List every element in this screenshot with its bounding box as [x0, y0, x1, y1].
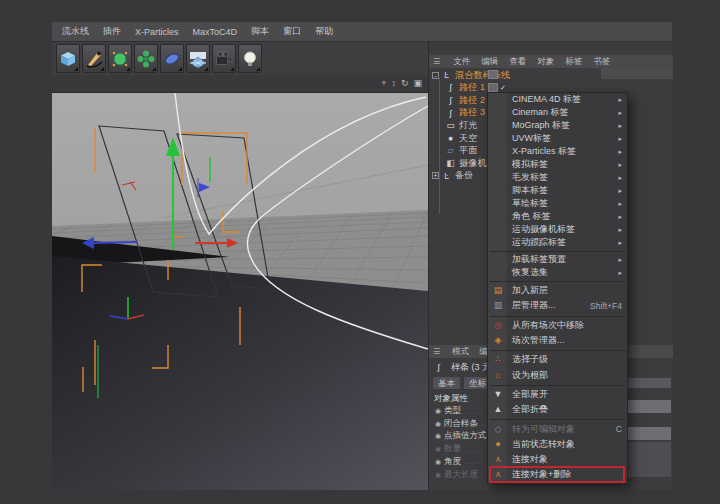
- radio-circle-icon: ◉: [435, 445, 441, 453]
- tree-item-badges: ¨: [488, 70, 502, 79]
- tree-item-4[interactable]: ▭灯光: [429, 119, 477, 131]
- spline-ellipse-icon[interactable]: [160, 44, 184, 73]
- floor-icon[interactable]: [186, 44, 210, 73]
- tab-基本[interactable]: 基本: [432, 376, 461, 390]
- tree-item-0[interactable]: -Ŀ混合数样条线¨: [429, 69, 510, 81]
- om-menu-1[interactable]: 编辑: [481, 56, 498, 68]
- menu-item-11[interactable]: 运动跟踪标签▸: [488, 236, 627, 249]
- attr-row-label: 点插值方式: [444, 430, 487, 442]
- attr-row-0[interactable]: ◉类型......: [429, 405, 487, 417]
- menu-item-13[interactable]: 加载标签预置▸: [488, 253, 627, 266]
- tree-item-6[interactable]: ▱平面: [429, 145, 477, 157]
- menu-item-22[interactable]: ∴选择子级: [488, 352, 627, 367]
- cube-icon[interactable]: [56, 44, 80, 73]
- menu-item-2[interactable]: MoGraph 标签▸: [488, 119, 627, 132]
- menu-item-label: X-Particles 标签: [512, 145, 576, 158]
- menu-item-5[interactable]: 模拟标签▸: [488, 158, 627, 171]
- attr-row-3[interactable]: ◉数量......: [429, 443, 487, 455]
- expander-icon[interactable]: -: [432, 72, 439, 79]
- menu-item-9[interactable]: 角色 标签▸: [488, 210, 627, 223]
- attr-mode-menu[interactable]: 模式: [452, 346, 469, 358]
- om-menu-2[interactable]: 查看: [509, 56, 526, 68]
- menu-item-0[interactable]: CINEMA 4D 标签▸: [488, 93, 627, 106]
- pen-icon[interactable]: [82, 44, 106, 73]
- visibility-toggle-icon[interactable]: [488, 70, 498, 79]
- tree-item-7[interactable]: ◧摄像机: [429, 157, 487, 169]
- menu-item-17[interactable]: ▥层管理器...Shift+F4: [488, 298, 627, 313]
- menu-item-8[interactable]: 草绘标签▸: [488, 197, 627, 210]
- menu-item-10[interactable]: 运动摄像机标签▸: [488, 223, 627, 236]
- attr-row-label: 角度: [444, 456, 461, 468]
- tree-item-label: 灯光: [459, 119, 477, 132]
- menu-item-29[interactable]: ●当前状态转对象: [488, 437, 627, 452]
- spline-icon: ∫: [433, 363, 444, 372]
- pan-icon[interactable]: +: [381, 79, 386, 88]
- cinema4d-window: 流水线插件X-ParticlesMaxToC4D脚本窗口帮助 +↕↻▣: [0, 0, 720, 504]
- panel-menu-icon[interactable]: ☰: [433, 57, 440, 66]
- null-object-icon: Ŀ: [441, 71, 452, 80]
- menu-item-6[interactable]: 毛发标签▸: [488, 171, 627, 184]
- menu-item-16[interactable]: ▤加入新层: [488, 283, 627, 298]
- viewport-panel[interactable]: +↕↻▣: [52, 75, 428, 490]
- menubar-item-3[interactable]: MaxToC4D: [193, 27, 238, 37]
- tree-item-label: 平面: [459, 144, 477, 157]
- panel-menu-icon[interactable]: ☰: [433, 347, 440, 356]
- submenu-arrow-icon: ▸: [618, 174, 622, 182]
- menu-item-14[interactable]: 恢复选集▸: [488, 266, 627, 279]
- app-menubar: 流水线插件X-ParticlesMaxToC4D脚本窗口帮助: [52, 22, 672, 42]
- menu-item-label: 草绘标签: [512, 197, 548, 210]
- attr-row-5[interactable]: ◉最大长度......: [429, 469, 487, 481]
- menu-item-label: 加入新层: [512, 284, 548, 297]
- tree-item-label: 备份: [455, 169, 473, 182]
- om-menu-0[interactable]: 文件: [453, 56, 470, 68]
- camera-object-icon: ◧: [445, 159, 456, 168]
- tree-item-1[interactable]: ∫路径 1✓: [429, 82, 485, 94]
- rotate-icon[interactable]: ↻: [401, 79, 409, 88]
- menubar-item-6[interactable]: 帮助: [315, 25, 333, 38]
- spline-icon: ∫: [445, 96, 456, 105]
- attr-field-fragment: [623, 378, 671, 388]
- menu-item-label: 设为根部: [512, 369, 548, 382]
- submenu-arrow-icon: ▸: [618, 122, 622, 130]
- menu-item-3[interactable]: UVW标签▸: [488, 132, 627, 145]
- menu-item-19[interactable]: ◎从所有场次中移除: [488, 318, 627, 333]
- menu-item-26[interactable]: ▲全部折叠: [488, 402, 627, 417]
- menu-item-20[interactable]: ◈场次管理器...: [488, 333, 627, 348]
- light-icon[interactable]: [238, 44, 262, 73]
- menu-item-label: 当前状态转对象: [512, 438, 575, 451]
- tree-item-8[interactable]: +Ŀ备份: [429, 170, 473, 182]
- menu-item-label: 场次管理器...: [512, 334, 565, 347]
- menu-item-4[interactable]: X-Particles 标签▸: [488, 145, 627, 158]
- menu-item-25[interactable]: ▼全部展开: [488, 387, 627, 402]
- null-object-icon: Ŀ: [441, 172, 452, 181]
- attr-row-1[interactable]: ◉闭合样条......: [429, 418, 487, 430]
- visibility-toggle-icon[interactable]: [488, 83, 498, 92]
- menu-item-30[interactable]: ⋏连接对象: [488, 452, 627, 467]
- menu-item-31[interactable]: ⋏连接对象+删除: [488, 467, 627, 482]
- menubar-item-2[interactable]: X-Particles: [135, 27, 179, 37]
- attr-row-4[interactable]: ◉角度......: [429, 456, 487, 468]
- zoom-icon[interactable]: ↕: [391, 79, 396, 88]
- attr-row-2[interactable]: ◉点插值方式......: [429, 430, 487, 442]
- menubar-item-1[interactable]: 插件: [103, 25, 121, 38]
- om-menu-5[interactable]: 书签: [593, 56, 610, 68]
- menubar-item-4[interactable]: 脚本: [251, 25, 269, 38]
- menu-item-label: 连接对象: [512, 453, 548, 466]
- menu-item-1[interactable]: Cineman 标签▸: [488, 106, 627, 119]
- expander-icon[interactable]: +: [432, 172, 439, 179]
- menubar-item-5[interactable]: 窗口: [283, 25, 301, 38]
- menu-item-7[interactable]: 脚本标签▸: [488, 184, 627, 197]
- om-menu-3[interactable]: 对象: [537, 56, 554, 68]
- menu-item-23[interactable]: ⌂设为根部: [488, 367, 627, 382]
- maximize-icon[interactable]: ▣: [413, 79, 422, 88]
- tree-item-3[interactable]: ∫路径 3: [429, 107, 485, 119]
- om-menu-4[interactable]: 标签: [565, 56, 582, 68]
- tree-item-5[interactable]: ●天空: [429, 132, 477, 144]
- camera-icon[interactable]: [212, 44, 236, 73]
- submenu-arrow-icon: ▸: [618, 161, 622, 169]
- menubar-item-0[interactable]: 流水线: [62, 25, 89, 38]
- array-icon[interactable]: [134, 44, 158, 73]
- menu-item-label: 模拟标签: [512, 158, 548, 171]
- tree-item-2[interactable]: ∫路径 2: [429, 94, 485, 106]
- sphere-icon[interactable]: [108, 44, 132, 73]
